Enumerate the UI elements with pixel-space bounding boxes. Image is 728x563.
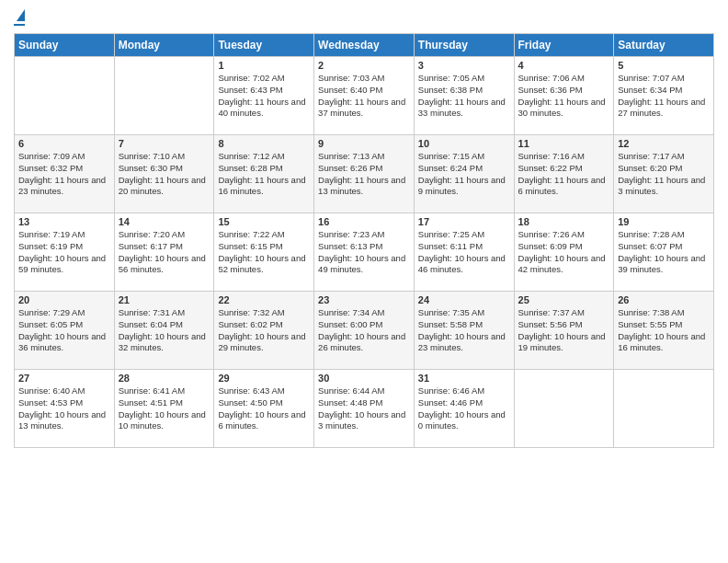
calendar-cell xyxy=(114,57,214,135)
cell-content: Sunrise: 6:44 AMSunset: 4:48 PMDaylight:… xyxy=(318,385,410,432)
col-header-friday: Friday xyxy=(514,34,614,57)
day-number: 22 xyxy=(218,294,310,305)
header xyxy=(14,9,714,26)
day-number: 30 xyxy=(318,373,410,384)
header-row: SundayMondayTuesdayWednesdayThursdayFrid… xyxy=(15,34,714,57)
calendar-cell: 23Sunrise: 7:34 AMSunset: 6:00 PMDayligh… xyxy=(314,292,415,370)
calendar-cell: 24Sunrise: 7:35 AMSunset: 5:58 PMDayligh… xyxy=(414,292,514,370)
calendar-cell: 19Sunrise: 7:28 AMSunset: 6:07 PMDayligh… xyxy=(614,213,714,292)
cell-content: Sunrise: 7:09 AMSunset: 6:32 PMDaylight:… xyxy=(18,151,110,198)
cell-content: Sunrise: 6:43 AMSunset: 4:50 PMDaylight:… xyxy=(218,385,310,432)
cell-content: Sunrise: 6:46 AMSunset: 4:46 PMDaylight:… xyxy=(418,385,510,432)
calendar-cell: 27Sunrise: 6:40 AMSunset: 4:53 PMDayligh… xyxy=(15,370,115,448)
cell-content: Sunrise: 7:03 AMSunset: 6:40 PMDaylight:… xyxy=(318,73,410,120)
col-header-saturday: Saturday xyxy=(614,34,714,57)
calendar-cell: 1Sunrise: 7:02 AMSunset: 6:43 PMDaylight… xyxy=(214,57,314,135)
cell-content: Sunrise: 7:34 AMSunset: 6:00 PMDaylight:… xyxy=(318,307,410,354)
cell-content: Sunrise: 7:15 AMSunset: 6:24 PMDaylight:… xyxy=(418,151,510,198)
cell-content: Sunrise: 7:06 AMSunset: 6:36 PMDaylight:… xyxy=(518,73,610,120)
col-header-tuesday: Tuesday xyxy=(214,34,314,57)
cell-content: Sunrise: 7:37 AMSunset: 5:56 PMDaylight:… xyxy=(518,307,610,354)
calendar-cell: 7Sunrise: 7:10 AMSunset: 6:30 PMDaylight… xyxy=(114,135,214,213)
day-number: 27 xyxy=(18,373,110,384)
calendar-cell: 8Sunrise: 7:12 AMSunset: 6:28 PMDaylight… xyxy=(214,135,314,213)
calendar-cell: 25Sunrise: 7:37 AMSunset: 5:56 PMDayligh… xyxy=(514,292,614,370)
logo-arrow-icon xyxy=(17,9,25,21)
cell-content: Sunrise: 7:20 AMSunset: 6:17 PMDaylight:… xyxy=(119,229,210,276)
day-number: 8 xyxy=(218,138,310,149)
week-row-1: 1Sunrise: 7:02 AMSunset: 6:43 PMDaylight… xyxy=(15,57,714,135)
day-number: 7 xyxy=(119,138,210,149)
calendar-cell: 14Sunrise: 7:20 AMSunset: 6:17 PMDayligh… xyxy=(114,213,214,292)
logo-underline xyxy=(14,24,25,26)
day-number: 4 xyxy=(518,60,610,71)
day-number: 12 xyxy=(618,138,710,149)
day-number: 11 xyxy=(518,138,610,149)
calendar-cell: 10Sunrise: 7:15 AMSunset: 6:24 PMDayligh… xyxy=(414,135,514,213)
cell-content: Sunrise: 7:16 AMSunset: 6:22 PMDaylight:… xyxy=(518,151,610,198)
day-number: 23 xyxy=(318,294,410,305)
day-number: 2 xyxy=(318,60,410,71)
cell-content: Sunrise: 7:07 AMSunset: 6:34 PMDaylight:… xyxy=(618,73,710,120)
calendar-cell: 17Sunrise: 7:25 AMSunset: 6:11 PMDayligh… xyxy=(414,213,514,292)
day-number: 18 xyxy=(518,216,610,227)
calendar-cell: 16Sunrise: 7:23 AMSunset: 6:13 PMDayligh… xyxy=(314,213,415,292)
calendar-cell: 5Sunrise: 7:07 AMSunset: 6:34 PMDaylight… xyxy=(614,57,714,135)
day-number: 21 xyxy=(119,294,210,305)
cell-content: Sunrise: 7:02 AMSunset: 6:43 PMDaylight:… xyxy=(218,73,310,120)
day-number: 9 xyxy=(318,138,410,149)
cell-content: Sunrise: 7:29 AMSunset: 6:05 PMDaylight:… xyxy=(18,307,110,354)
day-number: 5 xyxy=(618,60,710,71)
cell-content: Sunrise: 6:41 AMSunset: 4:51 PMDaylight:… xyxy=(119,385,210,432)
day-number: 25 xyxy=(518,294,610,305)
cell-content: Sunrise: 7:23 AMSunset: 6:13 PMDaylight:… xyxy=(318,229,410,276)
cell-content: Sunrise: 7:28 AMSunset: 6:07 PMDaylight:… xyxy=(618,229,710,276)
day-number: 28 xyxy=(119,373,210,384)
calendar-cell: 26Sunrise: 7:38 AMSunset: 5:55 PMDayligh… xyxy=(614,292,714,370)
cell-content: Sunrise: 7:25 AMSunset: 6:11 PMDaylight:… xyxy=(418,229,510,276)
calendar-cell: 2Sunrise: 7:03 AMSunset: 6:40 PMDaylight… xyxy=(314,57,415,135)
day-number: 15 xyxy=(218,216,310,227)
day-number: 29 xyxy=(218,373,310,384)
week-row-2: 6Sunrise: 7:09 AMSunset: 6:32 PMDaylight… xyxy=(15,135,714,213)
cell-content: Sunrise: 7:13 AMSunset: 6:26 PMDaylight:… xyxy=(318,151,410,198)
day-number: 20 xyxy=(18,294,110,305)
logo-text xyxy=(14,9,25,23)
cell-content: Sunrise: 7:10 AMSunset: 6:30 PMDaylight:… xyxy=(119,151,210,198)
calendar-cell: 18Sunrise: 7:26 AMSunset: 6:09 PMDayligh… xyxy=(514,213,614,292)
cell-content: Sunrise: 7:17 AMSunset: 6:20 PMDaylight:… xyxy=(618,151,710,198)
calendar-cell: 21Sunrise: 7:31 AMSunset: 6:04 PMDayligh… xyxy=(114,292,214,370)
cell-content: Sunrise: 7:32 AMSunset: 6:02 PMDaylight:… xyxy=(218,307,310,354)
calendar-cell: 4Sunrise: 7:06 AMSunset: 6:36 PMDaylight… xyxy=(514,57,614,135)
cell-content: Sunrise: 7:22 AMSunset: 6:15 PMDaylight:… xyxy=(218,229,310,276)
calendar-cell xyxy=(15,57,115,135)
calendar-cell: 31Sunrise: 6:46 AMSunset: 4:46 PMDayligh… xyxy=(414,370,514,448)
calendar-cell: 6Sunrise: 7:09 AMSunset: 6:32 PMDaylight… xyxy=(15,135,115,213)
day-number: 3 xyxy=(418,60,510,71)
cell-content: Sunrise: 6:40 AMSunset: 4:53 PMDaylight:… xyxy=(18,385,110,432)
calendar-cell: 12Sunrise: 7:17 AMSunset: 6:20 PMDayligh… xyxy=(614,135,714,213)
calendar-cell xyxy=(514,370,614,448)
day-number: 10 xyxy=(418,138,510,149)
calendar-cell: 28Sunrise: 6:41 AMSunset: 4:51 PMDayligh… xyxy=(114,370,214,448)
col-header-sunday: Sunday xyxy=(15,34,115,57)
cell-content: Sunrise: 7:19 AMSunset: 6:19 PMDaylight:… xyxy=(18,229,110,276)
cell-content: Sunrise: 7:31 AMSunset: 6:04 PMDaylight:… xyxy=(119,307,210,354)
cell-content: Sunrise: 7:05 AMSunset: 6:38 PMDaylight:… xyxy=(418,73,510,120)
calendar-cell: 3Sunrise: 7:05 AMSunset: 6:38 PMDaylight… xyxy=(414,57,514,135)
day-number: 26 xyxy=(618,294,710,305)
cell-content: Sunrise: 7:35 AMSunset: 5:58 PMDaylight:… xyxy=(418,307,510,354)
calendar-cell: 15Sunrise: 7:22 AMSunset: 6:15 PMDayligh… xyxy=(214,213,314,292)
col-header-monday: Monday xyxy=(114,34,214,57)
cell-content: Sunrise: 7:38 AMSunset: 5:55 PMDaylight:… xyxy=(618,307,710,354)
calendar-table: SundayMondayTuesdayWednesdayThursdayFrid… xyxy=(14,33,714,448)
calendar-cell: 11Sunrise: 7:16 AMSunset: 6:22 PMDayligh… xyxy=(514,135,614,213)
day-number: 31 xyxy=(418,373,510,384)
day-number: 24 xyxy=(418,294,510,305)
calendar-cell: 20Sunrise: 7:29 AMSunset: 6:05 PMDayligh… xyxy=(15,292,115,370)
day-number: 19 xyxy=(618,216,710,227)
day-number: 6 xyxy=(18,138,110,149)
day-number: 17 xyxy=(418,216,510,227)
calendar-cell: 13Sunrise: 7:19 AMSunset: 6:19 PMDayligh… xyxy=(15,213,115,292)
col-header-thursday: Thursday xyxy=(414,34,514,57)
